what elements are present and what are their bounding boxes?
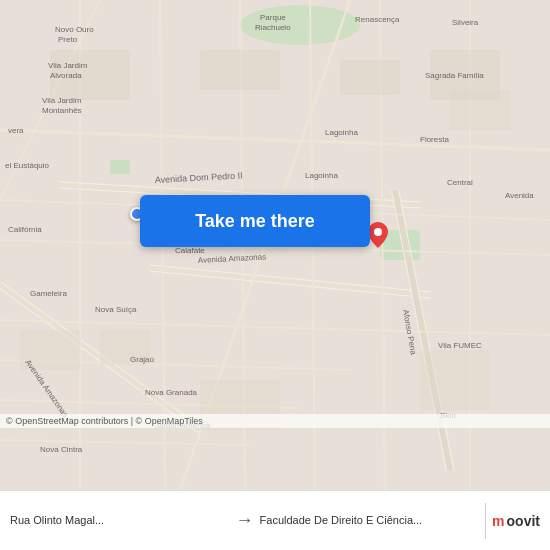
footer-origin-section: Rua Olinto Magal...: [10, 513, 230, 527]
svg-text:Riachuelo: Riachuelo: [255, 23, 291, 32]
footer-divider: [485, 503, 486, 539]
svg-text:Silveira: Silveira: [452, 18, 479, 27]
svg-rect-35: [450, 90, 510, 130]
footer-destination-section: Faculdade De Direito E Ciência...: [260, 513, 480, 527]
svg-text:Novo Ouro: Novo Ouro: [55, 25, 94, 34]
moovit-logo: moovit: [492, 513, 540, 529]
svg-text:el Eustáquio: el Eustáquio: [5, 161, 50, 170]
map-attribution: © OpenStreetMap contributors | © OpenMap…: [0, 414, 550, 428]
svg-text:Vila Jardim: Vila Jardim: [42, 96, 82, 105]
svg-text:Vila FUMEC: Vila FUMEC: [438, 341, 482, 350]
svg-text:Preto: Preto: [58, 35, 78, 44]
svg-point-68: [374, 228, 382, 236]
svg-text:Parque: Parque: [260, 13, 286, 22]
svg-text:Central: Central: [447, 178, 473, 187]
svg-text:vera: vera: [8, 126, 24, 135]
footer-arrow: →: [236, 510, 254, 531]
svg-text:Nova Suíça: Nova Suíça: [95, 305, 137, 314]
svg-text:Calafate: Calafate: [175, 246, 205, 255]
svg-text:Grajaú: Grajaú: [130, 355, 154, 364]
take-me-there-button[interactable]: Take me there: [140, 195, 370, 247]
svg-text:Nova Granada: Nova Granada: [145, 388, 198, 397]
footer-origin-text: Rua Olinto Magal...: [10, 513, 104, 527]
svg-rect-28: [340, 60, 400, 95]
svg-text:Alvorada: Alvorada: [50, 71, 82, 80]
svg-text:Floresta: Floresta: [420, 135, 449, 144]
moovit-logo-m: m: [492, 513, 504, 529]
svg-rect-27: [200, 50, 280, 90]
svg-text:Gameleira: Gameleira: [30, 289, 67, 298]
svg-text:Califórnia: Califórnia: [8, 225, 42, 234]
svg-text:Nova Cintra: Nova Cintra: [40, 445, 83, 454]
svg-text:Lagoinha: Lagoinha: [325, 128, 358, 137]
svg-rect-34: [420, 350, 490, 410]
svg-text:Avenida: Avenida: [505, 191, 534, 200]
svg-text:Renascença: Renascença: [355, 15, 400, 24]
svg-text:Montanhês: Montanhês: [42, 106, 82, 115]
svg-text:Vila Jardim: Vila Jardim: [48, 61, 88, 70]
svg-rect-3: [110, 160, 130, 174]
moovit-logo-rest: oovit: [507, 513, 540, 529]
footer: Rua Olinto Magal... → Faculdade De Direi…: [0, 490, 550, 550]
destination-pin: [368, 222, 388, 248]
map-container: Avenida Dom Pedro II Avenida Amazonas Av…: [0, 0, 550, 490]
svg-text:Lagoinha: Lagoinha: [305, 171, 338, 180]
footer-destination-text: Faculdade De Direito E Ciência...: [260, 513, 423, 527]
svg-text:Sagrada Família: Sagrada Família: [425, 71, 484, 80]
